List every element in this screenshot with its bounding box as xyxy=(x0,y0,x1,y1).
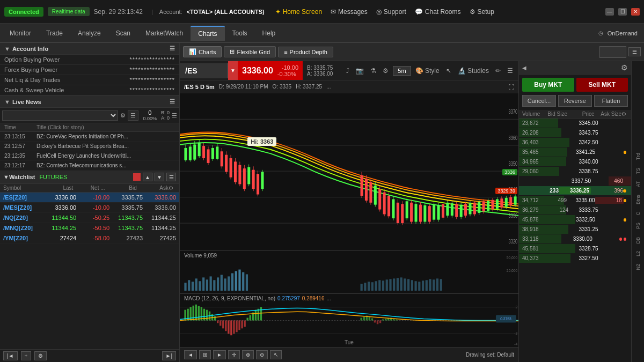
watchlist-last-btn[interactable]: ►| xyxy=(162,351,177,360)
reverse-btn[interactable]: Reverse xyxy=(558,95,592,107)
ondemand-label[interactable]: OnDemand xyxy=(608,30,638,36)
news-row[interactable]: 23:13:15 BZ: CureVac Reports Initiation … xyxy=(0,132,179,142)
live-news-title: Live News xyxy=(12,99,41,105)
watchlist-row[interactable]: /YM[Z20] 27424 -58.00 27423 27425 xyxy=(0,233,179,243)
tab-monitor[interactable]: Monitor xyxy=(2,26,39,40)
nav-home[interactable]: ✦ Home Screen xyxy=(275,8,322,16)
watchlist-row[interactable]: /MES[Z20] 3336.00 -10.00 3335.75 3336.00 xyxy=(0,203,179,213)
watchlist-row[interactable]: /NQ[Z20] 11344.50 -50.25 11343.75 11344.… xyxy=(0,213,179,223)
timeframe-btn[interactable]: 5m xyxy=(393,66,411,76)
ohlc-expand-btn[interactable]: ⛶ xyxy=(508,84,514,90)
cancel-btn[interactable]: Cancel... xyxy=(522,95,556,107)
side-label-c[interactable]: C xyxy=(634,210,642,218)
side-label-at[interactable]: AT xyxy=(634,179,642,189)
side-label-l2[interactable]: L2 xyxy=(634,249,642,258)
symbol-input[interactable] xyxy=(180,63,228,78)
ob-settings-icon[interactable]: ⚙ xyxy=(621,111,628,117)
account-info-settings-icon[interactable]: ☰ xyxy=(170,45,175,52)
watchlist-first-btn[interactable]: |◄ xyxy=(3,351,18,360)
chart-mini-preview[interactable] xyxy=(599,46,626,58)
more-btn[interactable]: ☰ xyxy=(505,66,515,76)
chart-zoom-out-btn[interactable]: ⊖ xyxy=(256,350,268,359)
svg-rect-191 xyxy=(260,307,262,321)
tab-help[interactable]: Help xyxy=(255,26,283,40)
side-label-ts[interactable]: TS xyxy=(634,166,642,176)
tab-trade[interactable]: Trade xyxy=(39,26,70,40)
watchlist-row[interactable]: /MNQ[Z20] 11344.25 -50.50 11343.75 11344… xyxy=(0,223,179,233)
charts-btn[interactable]: 📊 Charts xyxy=(183,46,222,57)
nav-setup[interactable]: ⚙ Setup xyxy=(470,8,494,16)
camera-btn[interactable]: 📷 xyxy=(354,66,366,76)
chart-cursor-btn[interactable]: ↖ xyxy=(270,350,282,359)
right-panel: 📊 Charts ⊞ Flexible Grid ≡ Product Depth… xyxy=(180,43,644,362)
tab-charts[interactable]: Charts xyxy=(191,26,224,41)
flexible-grid-btn[interactable]: ⊞ Flexible Grid xyxy=(224,46,276,57)
order-book-row: 45,581 3328.75 xyxy=(519,244,631,254)
close-button[interactable]: ✕ xyxy=(631,8,640,16)
sell-mkt-btn[interactable]: Sell MKT xyxy=(576,78,628,92)
svg-text:25,000: 25,000 xyxy=(507,268,518,274)
maximize-button[interactable]: ☐ xyxy=(618,8,627,16)
nav-support[interactable]: ◎ Support xyxy=(376,8,406,16)
news-filter-icon[interactable]: ☰ xyxy=(128,110,138,121)
chart-zoom-in-btn[interactable]: ⊕ xyxy=(242,350,254,359)
news-menu-icon[interactable]: ☰ xyxy=(172,112,177,119)
cursor-btn[interactable]: ↖ xyxy=(444,66,453,76)
draw-btn[interactable]: ✏ xyxy=(493,66,503,76)
watchlist-row[interactable]: /ES[Z20] 3336.00 -10.00 3335.75 3336.00 xyxy=(0,193,179,203)
watchlist-down-btn[interactable]: ▼ xyxy=(155,173,164,181)
news-filter-row: ⚙ ☰ 0 0.00% B: 0 A: 0 ☰ xyxy=(0,108,179,123)
chart-scroll-right-btn[interactable]: ► xyxy=(213,350,226,359)
news-row[interactable]: 23:12:57 Dickey's Barbecue Pit Supports … xyxy=(0,142,179,151)
side-label-btns[interactable]: Btns xyxy=(634,193,642,206)
minimize-button[interactable]: — xyxy=(605,8,614,16)
side-label-db[interactable]: DB xyxy=(634,235,642,246)
beaker-btn[interactable]: ⚗ xyxy=(368,66,378,76)
news-row[interactable]: 23:12:17 BZ: Comtech Telecommunications … xyxy=(0,161,179,171)
tab-scan[interactable]: Scan xyxy=(108,26,138,40)
order-settings-btn[interactable]: ⚙ xyxy=(621,63,628,72)
news-row[interactable]: 23:12:35 FuelCell Energy Launches Underw… xyxy=(0,151,179,161)
watchlist-gear-btn[interactable]: ⚙ xyxy=(34,351,47,360)
svg-rect-204 xyxy=(393,319,394,321)
live-news-toggle[interactable]: ▼ xyxy=(4,99,10,105)
order-book[interactable]: 23,672 3345.00 26,208 3343.75 xyxy=(519,119,631,362)
share-btn[interactable]: ⤴ xyxy=(344,66,352,76)
svg-rect-175 xyxy=(217,321,218,323)
tab-tools[interactable]: Tools xyxy=(225,26,255,40)
chart-scroll-left-btn[interactable]: ◄ xyxy=(184,350,197,359)
chart-crosshair-btn[interactable]: ✛ xyxy=(228,350,240,359)
chart-menu-btn[interactable]: ☰ xyxy=(628,47,641,56)
candlestick-chart[interactable]: 3370 3360 3350 3340 3330 3320 Hi: 3363 3… xyxy=(180,93,518,250)
buy-mkt-btn[interactable]: Buy MKT xyxy=(522,78,574,92)
news-stat-b: B: 0 xyxy=(161,110,170,115)
product-depth-btn[interactable]: ≡ Product Depth xyxy=(278,47,333,57)
settings-btn[interactable]: ⚙ xyxy=(380,66,391,76)
order-panel: ◀ ⚙ Buy MKT Sell MKT Cancel... Reverse F… xyxy=(518,61,631,362)
tab-analyze[interactable]: Analyze xyxy=(70,26,108,40)
style-btn[interactable]: 🎨 Style xyxy=(413,66,442,76)
nav-chatrooms[interactable]: 💬 Chat Rooms xyxy=(415,8,461,16)
flatten-btn[interactable]: Flatten xyxy=(594,95,628,107)
svg-rect-159 xyxy=(440,279,442,291)
side-label-trd[interactable]: Trd xyxy=(634,151,642,162)
watchlist-toggle[interactable]: ▼ xyxy=(3,174,9,180)
svg-rect-137 xyxy=(361,284,363,291)
studies-btn[interactable]: 🔬 Studies xyxy=(456,66,491,76)
realtime-badge: Realtime data xyxy=(48,7,90,16)
live-news-settings-icon[interactable]: ☰ xyxy=(170,98,175,105)
account-info-toggle[interactable]: ▼ xyxy=(4,46,10,52)
watchlist-settings-col[interactable]: ⚙ xyxy=(169,185,176,191)
news-settings-icon[interactable]: ⚙ xyxy=(120,112,126,119)
watchlist-menu-btn[interactable]: ☰ xyxy=(166,173,176,181)
ohlc-bar: /ES 5 D 5m D: 9/29/20 11:10 PM O: 3335 H… xyxy=(180,80,518,93)
news-filter-select[interactable] xyxy=(2,110,118,121)
side-label-ps[interactable]: PS xyxy=(634,220,642,231)
tab-marketwatch[interactable]: MarketWatch xyxy=(138,26,191,40)
side-label-n2[interactable]: N2 xyxy=(634,262,642,272)
price-dot xyxy=(623,189,626,193)
watchlist-up-btn[interactable]: ▲ xyxy=(143,173,152,181)
chart-expand-btn[interactable]: ⊞ xyxy=(199,350,211,359)
watchlist-add-btn[interactable]: + xyxy=(21,351,32,360)
nav-messages[interactable]: ✉ Messages xyxy=(331,8,368,16)
